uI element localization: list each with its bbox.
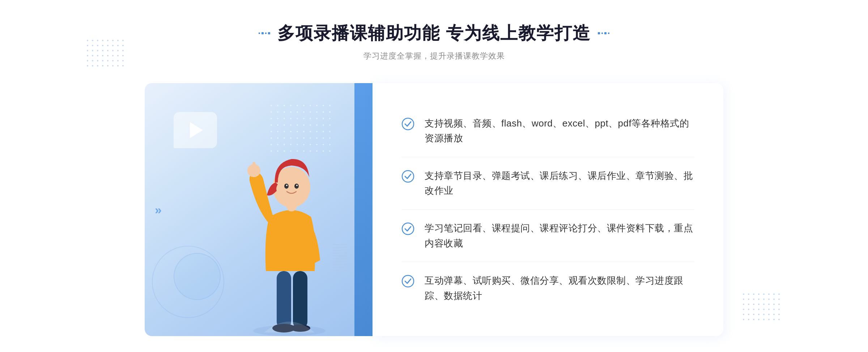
svg-rect-1 [277, 271, 291, 329]
dec-dot-3 [265, 33, 267, 34]
feature-text-1: 支持视频、音频、flash、word、excel、ppt、pdf等各种格式的资源… [425, 116, 694, 146]
page-title: 多项录播课辅助功能 专为线上教学打造 [277, 22, 590, 45]
check-icon-4 [401, 275, 414, 288]
svg-rect-2 [293, 271, 307, 329]
check-icon-2 [401, 170, 414, 183]
feature-item-4: 互动弹幕、试听购买、微信分享、观看次数限制、学习进度跟踪、数据统计 [401, 262, 694, 314]
feature-item-3: 学习笔记回看、课程提问、课程评论打分、课件资料下载，重点内容收藏 [401, 210, 694, 262]
dec-dot-1 [259, 33, 260, 34]
svg-point-14 [402, 171, 414, 182]
svg-point-12 [296, 185, 298, 186]
blue-accent-bar [354, 83, 373, 336]
dec-dot-8 [608, 33, 609, 34]
features-panel: 支持视频、音频、flash、word、excel、ppt、pdf等各种格式的资源… [373, 83, 723, 336]
dots-decoration-top-left [87, 40, 125, 68]
svg-point-15 [402, 223, 414, 235]
dec-dot-2 [261, 32, 264, 34]
dec-dot-7 [604, 32, 607, 34]
play-icon [190, 122, 203, 138]
deco-circle-2 [174, 253, 221, 300]
dots-decoration-bottom-right [743, 293, 781, 322]
feature-text-4: 互动弹幕、试听购买、微信分享、观看次数限制、学习进度跟踪、数据统计 [425, 273, 694, 303]
feature-text-2: 支持章节目录、弹题考试、课后练习、课后作业、章节测验、批改作业 [425, 168, 694, 198]
svg-rect-6 [252, 162, 255, 172]
person-illustration [235, 130, 344, 336]
left-arrows: » [155, 203, 162, 217]
page-subtitle: 学习进度全掌握，提升录播课教学效果 [259, 51, 609, 61]
feature-text-3: 学习笔记回看、课程提问、课程评论打分、课件资料下载，重点内容收藏 [425, 221, 694, 251]
illustration-panel: » [145, 83, 354, 336]
content-area: » 支持视频、音频、flash、word、excel、ppt、pdf等各种格式的… [145, 83, 723, 336]
svg-point-13 [402, 118, 414, 130]
dec-dot-5 [598, 32, 600, 34]
title-decoration-left [259, 32, 270, 34]
title-row: 多项录播课辅助功能 专为线上教学打造 [259, 22, 609, 45]
video-bubble [174, 112, 217, 148]
svg-point-11 [286, 185, 288, 186]
feature-item-2: 支持章节目录、弹题考试、课后练习、课后作业、章节测验、批改作业 [401, 158, 694, 210]
feature-item-1: 支持视频、音频、flash、word、excel、ppt、pdf等各种格式的资源… [401, 105, 694, 157]
page-container: 多项录播课辅助功能 专为线上教学打造 学习进度全掌握，提升录播课教学效果 [0, 0, 868, 352]
header-section: 多项录播课辅助功能 专为线上教学打造 学习进度全掌握，提升录播课教学效果 [259, 22, 609, 61]
svg-point-10 [294, 184, 299, 189]
title-decoration-right [598, 32, 609, 34]
check-icon-3 [401, 222, 414, 235]
dec-dot-6 [601, 33, 603, 34]
svg-point-16 [402, 275, 414, 287]
svg-point-9 [284, 184, 289, 189]
check-icon-1 [401, 117, 414, 130]
dec-dot-4 [268, 32, 270, 34]
